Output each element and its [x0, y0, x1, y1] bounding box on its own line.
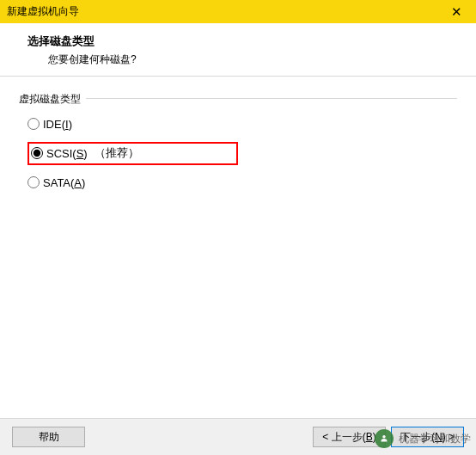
header-subtitle: 您要创建何种磁盘?	[27, 52, 467, 67]
option-sata-label: SATA(A)	[43, 176, 85, 189]
option-scsi-label: SCSI(S)	[46, 147, 88, 160]
option-scsi-row[interactable]: SCSI(S) （推荐）	[24, 142, 452, 164]
option-ide-radio[interactable]	[27, 118, 40, 130]
header-title: 选择磁盘类型	[27, 34, 467, 49]
title-bar: 新建虚拟机向导 ✕	[0, 0, 476, 23]
wizard-footer: 帮助 < 上一步(B) 下一步(N) >	[0, 418, 476, 455]
scsi-highlight-box: SCSI(S) （推荐）	[27, 142, 238, 165]
nav-button-group: < 上一步(B) 下一步(N) >	[313, 427, 464, 447]
option-sata-row[interactable]: SATA(A)	[24, 171, 452, 194]
close-button[interactable]: ✕	[437, 0, 476, 23]
back-button[interactable]: < 上一步(B)	[313, 427, 386, 447]
disk-type-fieldset: 虚拟磁盘类型 IDE(I) SCSI(S) （推荐） SATA(A)	[19, 92, 457, 212]
wizard-body: 虚拟磁盘类型 IDE(I) SCSI(S) （推荐） SATA(A)	[0, 77, 476, 413]
option-scsi-radio[interactable]	[31, 147, 43, 159]
option-ide-row[interactable]: IDE(I)	[24, 113, 452, 135]
help-button[interactable]: 帮助	[12, 427, 85, 447]
next-button[interactable]: 下一步(N) >	[391, 427, 464, 447]
close-icon: ✕	[451, 5, 462, 18]
fieldset-legend: 虚拟磁盘类型	[19, 92, 86, 107]
option-scsi-suffix: （推荐）	[95, 145, 139, 161]
option-ide-label: IDE(I)	[43, 118, 72, 131]
window-title: 新建虚拟机向导	[7, 4, 79, 19]
wizard-header: 选择磁盘类型 您要创建何种磁盘?	[0, 23, 476, 77]
option-sata-radio[interactable]	[27, 176, 40, 188]
